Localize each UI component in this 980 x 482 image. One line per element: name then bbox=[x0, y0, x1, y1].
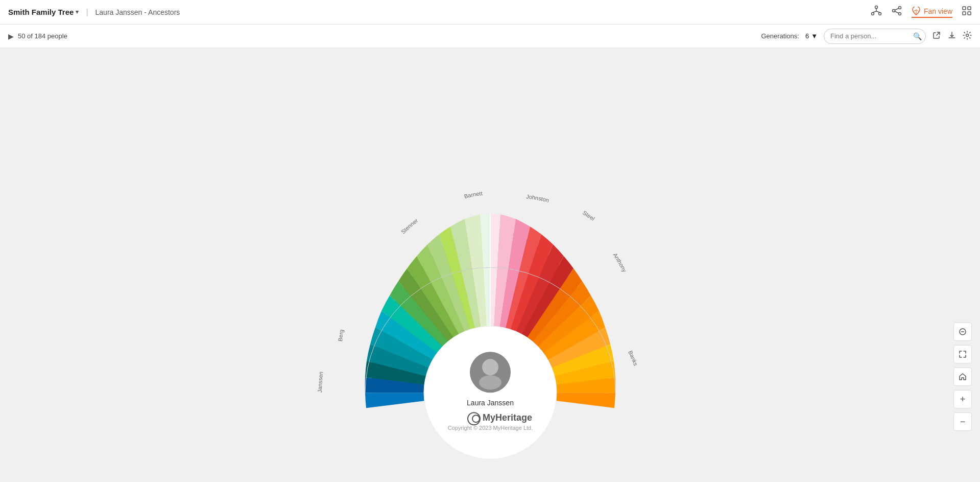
generations-value: 6 bbox=[805, 32, 809, 40]
label-banks: Banks bbox=[627, 349, 639, 366]
svg-line-12 bbox=[913, 10, 916, 12]
fan-chart-svg: Laura Janssen Janssen Berg Stenner Barne… bbox=[260, 122, 720, 439]
fan-view-label: Fan view bbox=[924, 7, 952, 15]
zoom-in-icon: + bbox=[960, 394, 966, 405]
generations-chevron: ▼ bbox=[811, 32, 818, 40]
svg-point-6 bbox=[898, 7, 901, 9]
home-button[interactable] bbox=[953, 368, 972, 386]
sidebar-toggle-button[interactable]: ▶ bbox=[8, 32, 14, 40]
svg-point-21 bbox=[482, 359, 498, 375]
settings-button[interactable] bbox=[963, 31, 972, 42]
svg-point-1 bbox=[871, 13, 874, 15]
download-button[interactable] bbox=[947, 31, 957, 42]
svg-rect-14 bbox=[963, 7, 966, 10]
label-stenner: Stenner bbox=[400, 217, 419, 235]
header-left: Smith Family Tree ▾ | Laura Janssen - An… bbox=[8, 8, 180, 17]
toolbar-left: ▶ 50 of 184 people bbox=[8, 32, 67, 40]
label-anthony: Anthony bbox=[612, 251, 628, 273]
hide-button[interactable] bbox=[953, 323, 972, 341]
right-controls: + − bbox=[953, 323, 972, 431]
tree-dropdown-chevron[interactable]: ▾ bbox=[76, 9, 79, 15]
find-person-input[interactable] bbox=[824, 29, 926, 44]
svg-point-18 bbox=[966, 34, 969, 36]
svg-rect-15 bbox=[968, 7, 971, 10]
fan-view-button[interactable]: Fan view bbox=[912, 7, 952, 18]
expand-button[interactable] bbox=[953, 345, 972, 363]
label-janssen: Janssen bbox=[316, 371, 323, 393]
svg-line-4 bbox=[873, 11, 876, 13]
copyright-text: Copyright © 2023 MyHeritage Ltd. bbox=[447, 425, 532, 431]
logo-text: MyHeritage bbox=[483, 412, 532, 423]
svg-line-13 bbox=[916, 10, 919, 12]
label-johnston: Johnston bbox=[525, 193, 549, 203]
header-right: Fan view bbox=[871, 5, 972, 19]
people-count: 50 of 184 people bbox=[18, 32, 67, 40]
zoom-out-button[interactable]: − bbox=[953, 412, 972, 431]
svg-point-22 bbox=[479, 375, 501, 389]
grid-view-icon[interactable] bbox=[962, 6, 972, 18]
svg-line-10 bbox=[895, 11, 899, 13]
tree-title[interactable]: Smith Family Tree ▾ bbox=[8, 8, 79, 16]
svg-point-2 bbox=[878, 13, 881, 15]
generations-dropdown[interactable]: 6 ▼ bbox=[805, 32, 818, 40]
label-steel: Steel bbox=[581, 209, 595, 221]
svg-point-8 bbox=[898, 13, 901, 15]
center-person-name: Laura Janssen bbox=[467, 399, 514, 407]
label-barnett: Barnett bbox=[463, 190, 482, 199]
svg-line-9 bbox=[895, 8, 899, 10]
label-berg: Berg bbox=[337, 329, 344, 341]
app-header: Smith Family Tree ▾ | Laura Janssen - An… bbox=[0, 0, 980, 25]
share-icon[interactable] bbox=[891, 5, 902, 19]
generations-label: Generations: bbox=[761, 32, 799, 40]
svg-rect-16 bbox=[963, 12, 966, 15]
find-person-wrapper: 🔍 bbox=[824, 29, 926, 44]
toolbar: ▶ 50 of 184 people Generations: 6 ▼ 🔍 bbox=[0, 25, 980, 48]
svg-rect-17 bbox=[968, 12, 971, 15]
main-area: Laura Janssen Janssen Berg Stenner Barne… bbox=[0, 48, 980, 482]
toolbar-right: Generations: 6 ▼ 🔍 bbox=[761, 29, 972, 44]
tree-icon[interactable] bbox=[871, 5, 882, 19]
svg-point-0 bbox=[875, 6, 877, 9]
fan-chart-container[interactable]: Laura Janssen Janssen Berg Stenner Barne… bbox=[260, 122, 720, 441]
header-separator: | bbox=[86, 8, 88, 17]
svg-point-7 bbox=[892, 10, 895, 12]
zoom-in-button[interactable]: + bbox=[953, 390, 972, 408]
breadcrumb: Laura Janssen - Ancestors bbox=[95, 8, 180, 16]
share-button[interactable] bbox=[932, 31, 941, 42]
svg-line-5 bbox=[876, 11, 880, 13]
tree-title-text: Smith Family Tree bbox=[8, 8, 74, 16]
zoom-out-icon: − bbox=[960, 417, 966, 427]
